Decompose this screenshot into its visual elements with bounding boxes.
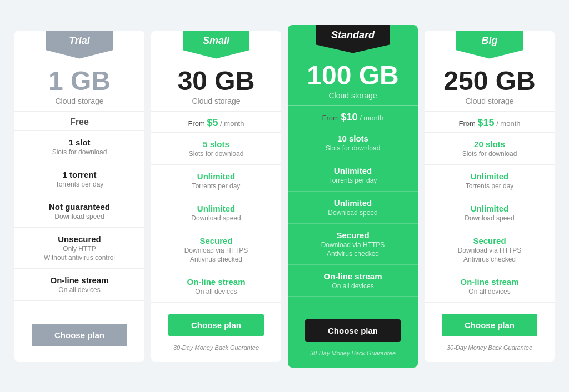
storage-block-standard: 100 GB Cloud storage — [288, 53, 418, 105]
speed-row-trial: Not guaranteed Download speed — [14, 195, 144, 228]
security-row-small: Secured Download via HTTPS Antivirus che… — [151, 229, 281, 270]
stream-row-small: On-line stream On all devices — [151, 270, 281, 303]
choose-btn-big[interactable]: Choose plan — [442, 314, 537, 336]
speed-row-big: Unlimited Download speed — [425, 197, 555, 229]
choose-btn-small[interactable]: Choose plan — [168, 314, 263, 336]
torrents-row-standard: Unlimited Torrents per day — [288, 159, 418, 192]
speed-sub-standard: Download speed — [293, 209, 412, 217]
security-main-big: Secured — [430, 236, 549, 245]
security-row-trial: Unsecured Only HTTP Without antivirus co… — [14, 228, 144, 269]
security-sub1-standard: Download via HTTPS — [293, 241, 412, 249]
security-main-small: Secured — [157, 236, 276, 245]
speed-sub-trial: Download speed — [20, 213, 139, 220]
storage-amount-standard: 100 GB — [293, 62, 412, 89]
torrents-row-trial: 1 torrent Torrents per day — [14, 163, 144, 195]
badge-wrap-small: Small — [151, 31, 281, 59]
security-sub2-big: Antivirus checked — [430, 255, 549, 263]
slots-row-small: 5 slots Slots for download — [151, 133, 281, 165]
slots-sub-big: Slots for download — [430, 150, 549, 158]
stream-sub-big: On all devices — [430, 288, 549, 295]
slots-row-big: 20 slots Slots for download — [425, 133, 555, 165]
btn-row-small: Choose plan — [151, 303, 281, 341]
security-sub2-trial: Without antivirus control — [20, 254, 139, 262]
storage-label-big: Cloud storage — [430, 97, 549, 105]
security-row-standard: Secured Download via HTTPS Antivirus che… — [288, 224, 418, 265]
torrents-main-standard: Unlimited — [293, 166, 412, 175]
stream-row-big: On-line stream On all devices — [425, 270, 555, 303]
price-amount-big: $15 — [477, 117, 494, 128]
speed-row-small: Unlimited Download speed — [151, 197, 281, 229]
plan-card-standard: Standard 100 GB Cloud storage From $10 /… — [288, 25, 418, 368]
slots-row-trial: 1 slot Slots for download — [14, 131, 144, 163]
storage-label-trial: Cloud storage — [20, 97, 139, 105]
storage-amount-big: 250 GB — [430, 68, 549, 94]
storage-block-small: 30 GB Cloud storage — [151, 59, 281, 111]
speed-main-standard: Unlimited — [293, 198, 412, 208]
price-amount-standard: $10 — [341, 112, 357, 123]
stream-main-small: On-line stream — [157, 277, 276, 287]
speed-sub-big: Download speed — [430, 214, 549, 222]
choose-btn-trial[interactable]: Choose plan — [32, 324, 127, 346]
torrents-row-small: Unlimited Torrents per day — [151, 165, 281, 197]
badge-big: Big — [456, 31, 523, 59]
torrents-main-big: Unlimited — [430, 172, 549, 181]
badge-wrap-trial: Trial — [14, 31, 144, 59]
slots-main-standard: 10 slots — [293, 134, 412, 143]
slots-sub-trial: Slots for download — [20, 148, 139, 156]
storage-label-standard: Cloud storage — [293, 91, 412, 100]
stream-row-standard: On-line stream On all devices — [288, 265, 418, 297]
torrents-main-trial: 1 torrent — [20, 170, 139, 179]
slots-sub-small: Slots for download — [157, 150, 276, 158]
security-sub2-standard: Antivirus checked — [293, 250, 412, 258]
torrents-row-big: Unlimited Torrents per day — [425, 165, 555, 197]
price-from-label-big: From — [459, 119, 478, 128]
badge-small: Small — [183, 31, 249, 59]
price-row-trial: Free — [14, 111, 144, 131]
stream-sub-standard: On all devices — [293, 282, 412, 290]
slots-row-standard: 10 slots Slots for download — [288, 127, 418, 159]
torrents-sub-big: Torrents per day — [430, 182, 549, 190]
price-period-standard: / month — [358, 114, 384, 122]
security-sub1-big: Download via HTTPS — [430, 247, 549, 254]
speed-sub-small: Download speed — [157, 214, 276, 222]
guarantee-big: 30-Day Money Back Guarantee — [425, 341, 555, 351]
price-from-label-standard: From — [322, 114, 341, 122]
price-row-small: From $5 / month — [151, 111, 281, 133]
badge-wrap-standard: Standard — [288, 25, 418, 53]
torrents-sub-trial: Torrents per day — [20, 180, 139, 188]
storage-block-big: 250 GB Cloud storage — [425, 59, 555, 111]
btn-row-trial: Choose plan — [14, 313, 144, 351]
storage-label-small: Cloud storage — [157, 97, 276, 105]
btn-row-standard: Choose plan — [288, 308, 418, 346]
stream-main-trial: On-line stream — [20, 275, 139, 285]
choose-btn-standard[interactable]: Choose plan — [305, 319, 400, 342]
storage-amount-trial: 1 GB — [20, 68, 139, 94]
stream-sub-trial: On all devices — [20, 286, 139, 294]
btn-row-big: Choose plan — [425, 303, 555, 341]
speed-row-standard: Unlimited Download speed — [288, 192, 418, 224]
stream-main-standard: On-line stream — [293, 272, 412, 281]
price-free-trial: Free — [70, 117, 89, 127]
badge-wrap-big: Big — [425, 31, 555, 59]
speed-main-small: Unlimited — [157, 204, 276, 213]
torrents-sub-small: Torrents per day — [157, 182, 276, 190]
storage-block-trial: 1 GB Cloud storage — [14, 59, 144, 111]
slots-main-trial: 1 slot — [20, 138, 139, 147]
price-period-small: / month — [218, 119, 244, 128]
plan-card-small: Small 30 GB Cloud storage From $5 / mont… — [151, 31, 281, 362]
security-sub1-trial: Only HTTP — [20, 245, 139, 253]
badge-trial: Trial — [46, 31, 113, 59]
price-amount-small: $5 — [207, 117, 218, 128]
plan-card-big: Big 250 GB Cloud storage From $15 / mont… — [425, 31, 555, 362]
badge-standard: Standard — [316, 25, 390, 53]
price-period-big: / month — [495, 119, 521, 128]
speed-main-trial: Not guaranteed — [20, 202, 139, 212]
slots-sub-standard: Slots for download — [293, 144, 412, 152]
guarantee-standard: 30-Day Money Back Guarantee — [288, 346, 418, 356]
stream-main-big: On-line stream — [430, 277, 549, 287]
slots-main-big: 20 slots — [430, 139, 549, 149]
security-row-big: Secured Download via HTTPS Antivirus che… — [425, 229, 555, 270]
security-sub2-small: Antivirus checked — [157, 255, 276, 263]
speed-main-big: Unlimited — [430, 204, 549, 213]
pricing-container: Trial 1 GB Cloud storage Free 1 slot Slo… — [11, 31, 558, 362]
